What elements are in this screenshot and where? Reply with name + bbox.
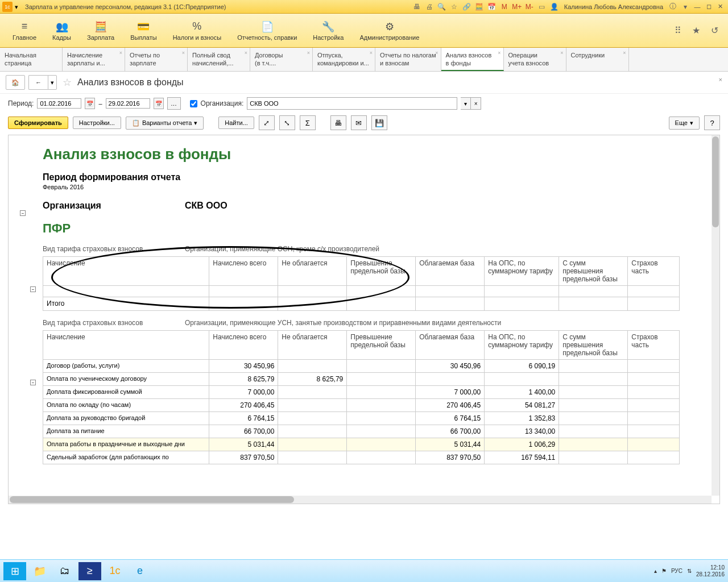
menu-nalogi[interactable]: %Налоги и взносы bbox=[165, 18, 230, 43]
table-row[interactable]: Оплата по ученическому договору8 625,798… bbox=[43, 373, 680, 386]
tab-close-icon[interactable]: × bbox=[119, 50, 122, 57]
star-icon[interactable]: ★ bbox=[689, 24, 703, 38]
menu-admin[interactable]: ⚙Администрирование bbox=[351, 18, 427, 43]
tray-network-icon[interactable]: ⇅ bbox=[687, 568, 692, 574]
table-row[interactable]: Доплата за питание66 700,0066 700,0013 3… bbox=[43, 425, 680, 438]
tab-close-icon[interactable]: × bbox=[245, 50, 247, 57]
table-row[interactable]: Оплата работы в праздничные и выходные д… bbox=[43, 438, 680, 451]
tab-item[interactable]: ×Договоры(в т.ч.... bbox=[250, 48, 313, 71]
find-button[interactable]: Найти... bbox=[218, 117, 254, 129]
tariff-value-2: Организации, применяющие УСН, занятые пр… bbox=[185, 319, 501, 327]
sum-icon[interactable]: Σ bbox=[300, 115, 316, 130]
org-select[interactable] bbox=[247, 97, 457, 110]
tab-close-icon[interactable]: × bbox=[623, 50, 626, 57]
tab-close-icon[interactable]: × bbox=[307, 50, 310, 57]
link-icon[interactable]: 🔗 bbox=[462, 2, 472, 12]
menu-zarplata[interactable]: 🧮Зарплата bbox=[79, 18, 122, 43]
collapse-icon[interactable]: ⤡ bbox=[279, 115, 295, 130]
scrollbar-thumb[interactable] bbox=[712, 136, 719, 227]
horizontal-scrollbar[interactable] bbox=[9, 496, 712, 504]
scrollbar-thumb[interactable] bbox=[10, 496, 294, 503]
table-row[interactable]: Доплата фиксированной суммой7 000,007 00… bbox=[43, 386, 680, 399]
start-button[interactable]: ⊞ bbox=[3, 562, 26, 580]
home-button[interactable]: 🏠 bbox=[6, 75, 25, 90]
print2-icon[interactable]: 🖨 bbox=[424, 2, 435, 12]
date-to-cal-button[interactable]: 📅 bbox=[154, 98, 164, 109]
lang-indicator[interactable]: РУС bbox=[671, 568, 682, 574]
tray-chevron-icon[interactable]: ▴ bbox=[654, 568, 657, 574]
memory-m-icon[interactable]: M bbox=[499, 2, 510, 12]
minimize-button[interactable]: — bbox=[692, 2, 702, 11]
tab-item[interactable]: ×Операцииучета взносов bbox=[504, 48, 566, 71]
search-icon[interactable]: 🔍 bbox=[437, 2, 447, 12]
period-more-button[interactable]: … bbox=[167, 97, 181, 110]
tab-item[interactable]: ×Отпуска,командировки и... bbox=[313, 48, 375, 71]
tab-item[interactable]: ×Анализ взносовв фонды bbox=[441, 48, 504, 71]
print-report-icon[interactable]: 🖶 bbox=[330, 115, 346, 130]
table-row[interactable]: Оплата по окладу (по часам)270 406,45270… bbox=[43, 399, 680, 412]
menu-kadry[interactable]: 👥Кадры bbox=[44, 18, 79, 43]
report-body[interactable]: Анализ взносов в фонды Период формирован… bbox=[9, 135, 712, 496]
back-dd-button[interactable]: ▾ bbox=[48, 75, 57, 90]
explorer-icon[interactable]: 📁 bbox=[28, 562, 51, 580]
gear-icon: ⚙ bbox=[385, 20, 394, 33]
settings-button[interactable]: Настройки... bbox=[73, 117, 121, 129]
more-button[interactable]: Еще ▾ bbox=[669, 117, 700, 130]
expand-icon[interactable]: ⤢ bbox=[259, 115, 275, 130]
menu-vyplaty[interactable]: 💳Выплаты bbox=[122, 18, 164, 43]
calc-icon[interactable]: 🧮 bbox=[474, 2, 485, 12]
maximize-button[interactable]: ◻ bbox=[704, 2, 714, 11]
tab-close-icon[interactable]: × bbox=[560, 50, 563, 57]
chevron-down-icon: ▾ bbox=[194, 119, 197, 127]
tab-item[interactable]: ×Начислениезарплаты и... bbox=[63, 48, 125, 71]
mail-icon[interactable]: ✉ bbox=[351, 115, 367, 130]
generate-button[interactable]: Сформировать bbox=[8, 117, 68, 129]
folder-icon[interactable]: 🗂 bbox=[53, 562, 76, 580]
fav-star-icon[interactable]: ☆ bbox=[63, 76, 72, 89]
tab-item[interactable]: ×Сотрудники bbox=[566, 48, 629, 71]
variants-button[interactable]: 📋Варианты отчета▾ bbox=[126, 117, 204, 130]
menu-otchet[interactable]: 📄Отчетность, справки bbox=[229, 18, 305, 43]
date-to-input[interactable] bbox=[106, 98, 150, 109]
memory-mplus-icon[interactable]: M+ bbox=[512, 2, 522, 12]
table-row[interactable]: Доплата за руководство бригадой6 764,156… bbox=[43, 412, 680, 425]
date-from-input[interactable] bbox=[37, 98, 81, 109]
menu-main[interactable]: ≡Главное bbox=[5, 18, 44, 43]
favorite-icon[interactable]: ☆ bbox=[449, 2, 460, 12]
history-icon[interactable]: ↺ bbox=[708, 24, 721, 38]
tab-close-icon[interactable]: × bbox=[370, 50, 373, 57]
app-1c-icon[interactable]: 1c bbox=[104, 562, 126, 580]
clock[interactable]: 12:10 28.12.2016 bbox=[696, 564, 725, 578]
tab-item[interactable]: Начальнаястраница bbox=[0, 48, 63, 71]
tab-close-icon[interactable]: × bbox=[182, 50, 185, 57]
titlebar-dropdown-icon[interactable]: ▾ bbox=[15, 3, 22, 10]
close-window-button[interactable]: ✕ bbox=[715, 2, 725, 11]
tab-close-icon[interactable]: × bbox=[498, 50, 500, 57]
table-row[interactable]: Договор (работы, услуги)30 450,9630 450,… bbox=[43, 360, 680, 373]
vertical-scrollbar[interactable] bbox=[712, 135, 719, 496]
memory-mminus-icon[interactable]: M- bbox=[524, 2, 535, 12]
help-button[interactable]: ? bbox=[704, 115, 720, 130]
back-button[interactable]: ← bbox=[28, 75, 48, 90]
info-dd-icon[interactable]: ▾ bbox=[680, 2, 690, 12]
save-icon[interactable]: 💾 bbox=[371, 115, 387, 130]
print-icon[interactable]: 🖶 bbox=[412, 2, 422, 12]
tray-flag-icon[interactable]: ⚑ bbox=[661, 568, 667, 574]
tab-close-icon[interactable]: × bbox=[435, 50, 438, 57]
info-icon[interactable]: ⓘ bbox=[668, 2, 678, 12]
ie-icon[interactable]: e bbox=[129, 562, 151, 580]
date-from-cal-button[interactable]: 📅 bbox=[85, 98, 95, 109]
page-close-button[interactable]: × bbox=[719, 76, 722, 83]
menu-nastroika[interactable]: 🔧Настройка bbox=[305, 18, 351, 43]
tab-item[interactable]: ×Полный сводначислений,... bbox=[188, 48, 250, 71]
table-row[interactable]: Сдельный заработок (для работающих по837… bbox=[43, 451, 680, 464]
calendar-icon[interactable]: 📅 bbox=[487, 2, 497, 12]
org-clear-button[interactable]: × bbox=[471, 97, 481, 110]
org-dd-button[interactable]: ▾ bbox=[461, 97, 471, 110]
apps-grid-icon[interactable]: ⠿ bbox=[671, 24, 685, 38]
tab-item[interactable]: ×Отчеты по налогами взносам bbox=[375, 48, 441, 71]
panels-icon[interactable]: ▭ bbox=[537, 2, 547, 12]
tab-item[interactable]: ×Отчеты позарплате bbox=[125, 48, 188, 71]
powershell-icon[interactable]: ≥ bbox=[78, 562, 101, 580]
org-checkbox[interactable] bbox=[190, 100, 197, 107]
